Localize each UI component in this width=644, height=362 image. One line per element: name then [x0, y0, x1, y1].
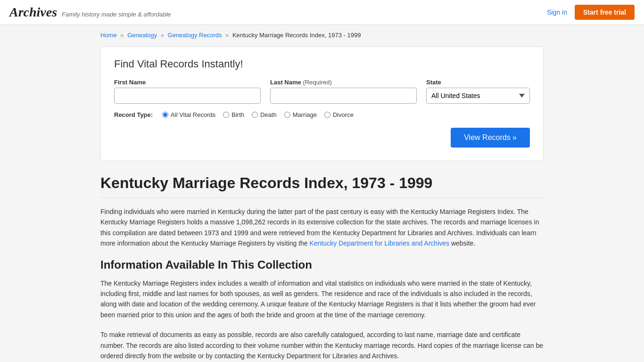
radio-birth[interactable]: Birth	[223, 111, 244, 118]
radio-marriage-label: Marriage	[293, 111, 317, 118]
header-actions: Sign in Start free trial	[547, 5, 635, 20]
radio-divorce-input[interactable]	[324, 112, 330, 118]
breadcrumb-genealogy-records[interactable]: Genealogy Records	[168, 32, 222, 39]
page-title: Kentucky Marriage Records Index, 1973 - …	[100, 174, 544, 192]
radio-all[interactable]: All Vital Records	[162, 111, 215, 118]
last-name-required: (Required)	[303, 79, 331, 86]
search-box: Find Vital Records Instantly! First Name…	[100, 46, 544, 161]
breadcrumb-sep-3: »	[225, 32, 229, 39]
kdla-link[interactable]: Kentucky Department for Libraries and Ar…	[310, 239, 449, 247]
state-select[interactable]: All United States	[426, 88, 530, 104]
search-fields-row: First Name Last Name (Required) State Al…	[114, 79, 530, 104]
radio-birth-label: Birth	[231, 111, 244, 118]
first-name-input[interactable]	[114, 88, 261, 104]
title-divider	[100, 197, 544, 198]
record-type-label: Record Type:	[114, 111, 153, 118]
page-description-1: Finding individuals who were married in …	[100, 206, 544, 249]
radio-death[interactable]: Death	[252, 111, 277, 118]
breadcrumb-genealogy[interactable]: Genealogy	[127, 32, 157, 39]
radio-death-label: Death	[260, 111, 277, 118]
state-group: State All United States	[426, 79, 530, 104]
page-description-3: To make retrieval of documents as easy a…	[100, 329, 544, 361]
main-content: Home » Genealogy » Genealogy Records » K…	[91, 25, 553, 362]
first-name-label: First Name	[114, 79, 261, 86]
breadcrumb-current: Kentucky Marriage Records Index, 1973 - …	[232, 32, 361, 39]
breadcrumb-sep-1: »	[120, 32, 124, 39]
search-title: Find Vital Records Instantly!	[114, 58, 530, 70]
site-tagline: Family history made simple & affordable	[62, 11, 171, 18]
start-free-trial-button[interactable]: Start free trial	[575, 5, 635, 20]
radio-all-label: All Vital Records	[171, 111, 215, 118]
radio-birth-input[interactable]	[223, 112, 229, 118]
breadcrumb-sep-2: »	[161, 32, 164, 39]
radio-death-input[interactable]	[252, 112, 258, 118]
radio-marriage-input[interactable]	[284, 112, 290, 118]
breadcrumb-home[interactable]: Home	[100, 32, 117, 39]
view-records-row: View Records »	[114, 128, 530, 148]
state-label: State	[426, 79, 530, 86]
radio-marriage[interactable]: Marriage	[284, 111, 317, 118]
view-records-button[interactable]: View Records »	[451, 128, 530, 148]
record-type-row: Record Type: All Vital Records Birth Dea…	[114, 111, 530, 118]
section-title: Information Available In This Collection	[100, 258, 544, 272]
radio-divorce-label: Divorce	[333, 111, 354, 118]
header-logo-area: Archives Family history made simple & af…	[9, 5, 171, 20]
breadcrumb: Home » Genealogy » Genealogy Records » K…	[100, 32, 544, 39]
last-name-input[interactable]	[270, 88, 417, 104]
radio-divorce[interactable]: Divorce	[324, 111, 354, 118]
sign-in-link[interactable]: Sign in	[547, 8, 567, 16]
page-description-2: The Kentucky Marriage Registers index in…	[100, 278, 544, 321]
last-name-group: Last Name (Required)	[270, 79, 417, 104]
description1-end: website.	[451, 239, 475, 247]
first-name-group: First Name	[114, 79, 261, 104]
record-type-options: All Vital Records Birth Death Marriage D…	[162, 111, 354, 118]
radio-all-input[interactable]	[162, 112, 168, 118]
last-name-label: Last Name (Required)	[270, 79, 417, 86]
site-header: Archives Family history made simple & af…	[0, 0, 644, 25]
site-logo: Archives	[9, 5, 57, 20]
